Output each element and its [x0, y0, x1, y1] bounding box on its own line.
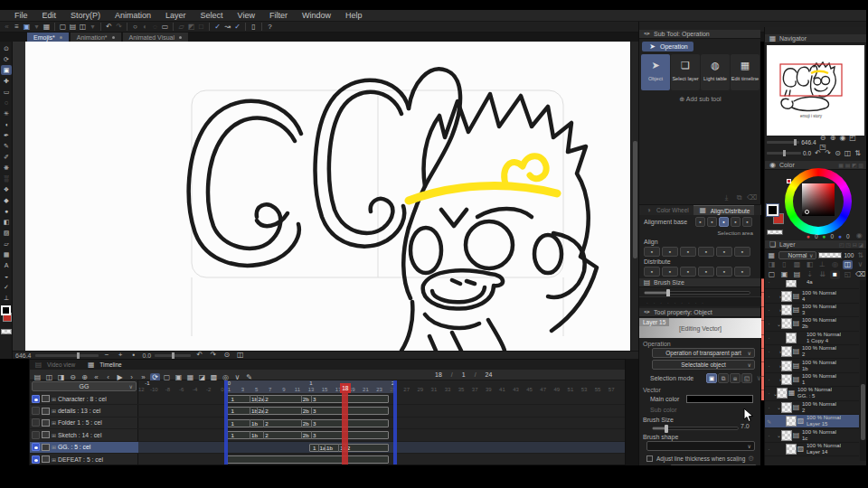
expand-track-icon[interactable]: ⊞: [52, 396, 56, 402]
menu-edit[interactable]: Edit: [35, 10, 64, 22]
gradient-tool[interactable]: ▨: [1, 228, 12, 238]
scaling-checkbox-row[interactable]: Adjust line thickness when scaling: [646, 455, 745, 462]
palette-dock-icon[interactable]: ▯: [249, 23, 259, 32]
layer-thumbnail[interactable]: [786, 444, 797, 455]
layer-thumbnail[interactable]: [777, 388, 788, 399]
text-tool[interactable]: A: [1, 260, 12, 270]
watercolor-tool[interactable]: ❋: [1, 163, 12, 173]
fill-tool[interactable]: ◧: [1, 217, 12, 227]
select-remove-button[interactable]: ⧈: [730, 373, 741, 383]
transparent-color-swatch[interactable]: [1, 329, 12, 334]
layer-row[interactable]: ·›▤100 % Normal1: [765, 373, 859, 387]
new-file-icon[interactable]: ▢: [58, 23, 68, 32]
decoration-tool[interactable]: ❖: [1, 184, 12, 194]
expand-track-icon[interactable]: ⊞: [52, 456, 56, 463]
expand-track-icon[interactable]: ⊞: [52, 408, 56, 414]
track-visibility-icon[interactable]: [32, 431, 40, 439]
document-tab-animation[interactable]: Animation*: [71, 33, 121, 42]
layer-row[interactable]: ·›▤100 % Normal4: [765, 289, 859, 303]
brush-size-presets[interactable]: .........: [639, 296, 761, 306]
new-layer-icon[interactable]: ▢: [767, 270, 777, 279]
layer-list[interactable]: ·4a·›▤100 % Normal4·›▤100 % Normal3·⌄▤10…: [765, 280, 859, 464]
blend-mode-dropdown[interactable]: Normal∨: [778, 251, 817, 259]
import-icon[interactable]: ⤓: [722, 193, 731, 202]
document-tab-animatedvisual[interactable]: Animated Visual: [123, 33, 188, 42]
layer-row[interactable]: ·▨100 % NormalLayer 14: [765, 443, 859, 456]
expand-arrow-icon[interactable]: ›: [773, 377, 781, 382]
expand-track-icon[interactable]: ⊞: [52, 444, 56, 450]
hue-marker[interactable]: [787, 179, 791, 183]
layer-visibility-icon[interactable]: ·: [765, 377, 773, 382]
layer-row[interactable]: ✎▨100 % NormalLayer 15: [765, 415, 859, 428]
selectable-object-dropdown[interactable]: Selectable object∨: [652, 360, 755, 370]
rotate-canvas-tool[interactable]: ⟳: [1, 54, 12, 64]
subtool-light-table[interactable]: ◍Light table: [701, 54, 730, 90]
menu-animation[interactable]: Animation: [108, 10, 158, 22]
open-file-icon[interactable]: ▤: [68, 23, 78, 32]
canvas-page[interactable]: [25, 42, 630, 351]
layer-thumbnail[interactable]: [781, 291, 792, 302]
layer-visibility-icon[interactable]: ·: [765, 433, 773, 438]
pencil-tool[interactable]: ✎: [1, 141, 12, 151]
detail-settings-icon[interactable]: ⚙: [746, 455, 756, 464]
timeline-tracks[interactable]: -1012-12-10-8-6-4-2013579111315171921232…: [138, 380, 625, 465]
vector-brush-size-slider[interactable]: [652, 427, 739, 430]
transfer-icon[interactable]: ⇣: [805, 270, 815, 279]
operation-tool[interactable]: ▣: [1, 65, 12, 75]
deselect-icon[interactable]: ○: [130, 23, 140, 32]
eraser-tool[interactable]: ◆: [1, 195, 12, 205]
flags-dropdown-icon[interactable]: ∨: [855, 260, 865, 269]
layer-visibility-icon[interactable]: ·: [765, 294, 773, 299]
line-correction-tool[interactable]: ✓: [1, 282, 12, 292]
nav-rotate-cw-icon[interactable]: ↷: [823, 149, 833, 158]
navigator-zoom-slider[interactable]: [767, 141, 799, 144]
new-vector-layer-icon[interactable]: ▣: [779, 270, 789, 279]
distribute-bottom-button[interactable]: ▪: [680, 267, 696, 277]
nav-reset-icon[interactable]: ⊙: [833, 149, 843, 158]
menu-select[interactable]: Select: [193, 10, 231, 22]
layer-thumbnail[interactable]: [781, 402, 792, 413]
canvas-vertical-scrollbar[interactable]: [630, 42, 638, 351]
edit-pen-icon[interactable]: ✎: [765, 418, 773, 425]
base-story-button[interactable]: ▪: [731, 217, 741, 227]
lock-icon[interactable]: ▯: [779, 260, 789, 269]
layer-row[interactable]: ·›▤100 % Normal3: [765, 304, 859, 317]
color-settings-icon[interactable]: ◉: [854, 231, 864, 240]
document-tab-emojis[interactable]: Emojis*: [27, 33, 69, 42]
layer-row[interactable]: ·›▤100 % Normal1b: [765, 359, 859, 372]
foreground-color-swatch[interactable]: [1, 305, 11, 315]
menu-view[interactable]: View: [231, 10, 262, 22]
start-marker[interactable]: [224, 380, 228, 465]
timeline-track-lane[interactable]: [138, 454, 625, 465]
distribute-v-center-button[interactable]: ▪: [662, 267, 678, 277]
timeline-track-row[interactable]: ⊞GG. : 5 : cel: [30, 442, 138, 454]
clip-selector-dropdown[interactable]: GG ∨: [32, 381, 137, 391]
main-color-swatch[interactable]: [686, 395, 753, 403]
reset-icon[interactable]: ◎: [732, 455, 742, 464]
figure-tool[interactable]: ▱: [1, 239, 12, 249]
brush-tool[interactable]: ✐: [1, 152, 12, 162]
track-visibility-icon[interactable]: [32, 418, 40, 427]
transparent-part-dropdown[interactable]: Operation of transparent part∨: [652, 348, 755, 358]
tab-align-distribute[interactable]: ▦Align/Distribute: [693, 205, 755, 215]
expand-arrow-icon[interactable]: ⌄: [773, 432, 781, 438]
brush-size-panel-slider[interactable]: [644, 291, 750, 295]
nav-flip-v-icon[interactable]: ⇅: [853, 149, 863, 158]
opacity-stepper-icon[interactable]: ⇅: [855, 251, 865, 260]
ruler-tool[interactable]: ⊥: [1, 293, 12, 303]
expand-arrow-icon[interactable]: ›: [773, 363, 781, 369]
menu-layer[interactable]: Layer: [158, 10, 193, 22]
timeline-track-lane[interactable]: 11b22b3: [138, 418, 625, 429]
layer-row[interactable]: ·⌄▤100 % Normal1c: [765, 428, 859, 442]
track-visibility-icon[interactable]: [32, 395, 40, 403]
subtool-group-tab[interactable]: ➤ Operation: [642, 42, 693, 52]
timeline-track-row[interactable]: ⊞Sketch : 14 : cel: [30, 429, 138, 441]
snap-to-ruler-icon[interactable]: ✓: [212, 23, 222, 32]
layer-visibility-icon[interactable]: ·: [765, 307, 773, 313]
canvas-zoom-slider[interactable]: [35, 354, 99, 357]
timeline-track-row[interactable]: ⊞details : 13 : cel: [30, 405, 138, 417]
menu-window[interactable]: Window: [295, 10, 338, 22]
help-icon[interactable]: ?: [265, 23, 275, 32]
align-left-button[interactable]: ▪: [644, 247, 660, 257]
merge-icon[interactable]: ⇊: [817, 270, 827, 279]
